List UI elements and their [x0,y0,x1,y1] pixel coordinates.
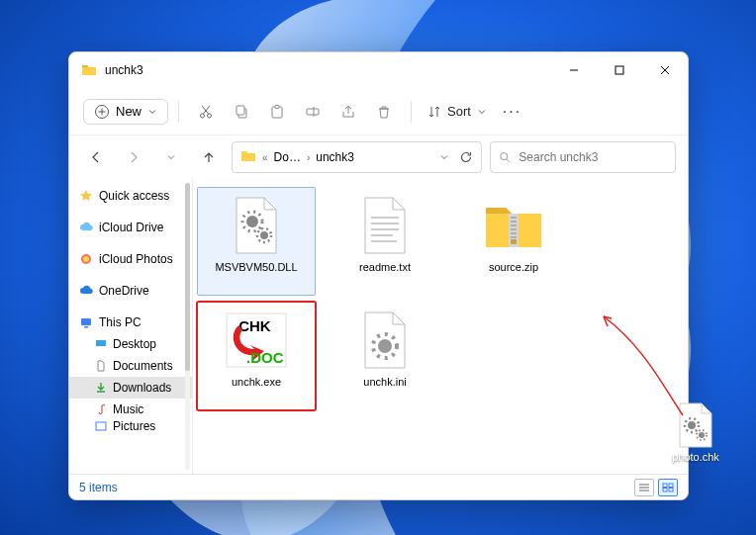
folder-icon [240,148,256,167]
text-file-icon [353,194,417,257]
svg-rect-13 [275,105,279,108]
dll-file-icon [225,194,288,257]
toolbar: New Sort ··· [69,88,688,135]
chevron-down-icon [147,107,157,117]
sidebar-label: iCloud Drive [99,221,163,234]
sidebar-item-downloads[interactable]: Downloads [69,377,192,399]
sidebar-label: Desktop [113,337,156,351]
sidebar-item-pictures[interactable]: Pictures [69,420,192,432]
sidebar-label: Downloads [113,381,171,395]
up-button[interactable] [194,142,224,172]
copy-button[interactable] [225,95,258,129]
share-button[interactable] [331,95,365,129]
new-label: New [116,104,142,119]
delete-button[interactable] [367,95,401,129]
svg-rect-51 [663,488,667,491]
view-toggle [634,479,678,496]
minimize-button[interactable] [551,54,597,86]
svg-rect-52 [669,488,673,491]
svg-point-8 [201,114,205,118]
svg-point-24 [246,216,258,227]
forward-button[interactable] [119,142,148,172]
refresh-button[interactable] [459,150,473,164]
sidebar-item-desktop[interactable]: Desktop [69,333,192,355]
file-item[interactable]: source.zip [454,187,573,296]
chk-file-icon [674,401,717,449]
sidebar-item-documents[interactable]: Documents [69,355,192,377]
svg-line-3 [661,66,669,74]
sidebar-label: OneDrive [99,284,149,298]
desktop-icon [95,338,107,350]
window-title: unchk3 [105,63,143,77]
download-icon [95,382,107,394]
file-explorer-window: unchk3 New Sort ··· [68,51,689,500]
sidebar-item-music[interactable]: Music [69,399,192,420]
separator [178,101,179,123]
file-item[interactable]: readme.txt [326,187,444,296]
ini-file-icon [353,309,417,372]
maximize-button[interactable] [597,54,642,86]
desktop-file[interactable]: photo.chk [661,401,730,463]
svg-rect-23 [96,422,106,430]
svg-rect-11 [236,106,244,115]
svg-line-4 [661,66,669,74]
cloud-icon [79,221,93,234]
icons-view-button[interactable] [658,479,678,496]
sidebar-label: This PC [99,315,142,329]
sidebar-scrollbar[interactable] [185,183,190,470]
new-button[interactable]: New [83,99,168,125]
sidebar-item-quick-access[interactable]: Quick access [69,185,192,207]
file-name: readme.txt [359,261,411,273]
more-button[interactable]: ··· [495,103,529,121]
sort-label: Sort [447,104,471,119]
rename-button[interactable] [296,95,330,129]
recent-button[interactable] [156,142,186,172]
sidebar-label: iCloud Photos [99,252,173,266]
breadcrumb-seg[interactable]: unchk3 [316,150,354,164]
svg-rect-50 [669,484,673,488]
address-bar[interactable]: « Do… › unchk3 [232,141,482,173]
cut-button[interactable] [189,95,223,129]
sidebar-label: Documents [113,359,173,373]
separator [411,101,412,123]
back-button[interactable] [81,142,111,172]
file-item[interactable]: MSVBVM50.DLL [197,187,316,296]
close-button[interactable] [642,54,688,86]
svg-point-55 [699,432,705,438]
folder-icon [81,62,97,78]
sidebar-item-icloud-photos[interactable]: iCloud Photos [69,248,192,270]
pc-icon [79,315,93,329]
file-item[interactable]: .CHK.DOC unchk.exe [197,302,316,410]
file-item[interactable]: unchk.ini [326,302,444,410]
chevron-right-icon: › [307,152,310,163]
sidebar-item-onedrive[interactable]: OneDrive [69,280,192,302]
sort-button[interactable]: Sort [422,104,493,119]
sidebar-item-icloud-drive[interactable]: iCloud Drive [69,217,192,238]
window-controls [551,54,688,86]
svg-rect-20 [81,318,91,325]
svg-rect-2 [615,66,623,74]
file-name: source.zip [489,261,538,273]
file-list: MSVBVM50.DLL readme.txt source.zip .CHK.… [193,179,688,474]
svg-point-53 [688,421,696,429]
paste-button[interactable] [260,95,294,129]
svg-rect-22 [96,340,106,346]
breadcrumb-seg[interactable]: Do… [274,150,301,164]
chevron-down-icon[interactable] [439,152,449,162]
sort-icon [427,105,441,119]
search-box[interactable] [490,141,676,173]
svg-line-17 [507,159,510,162]
sidebar: Quick access iCloud Drive iCloud Photos … [69,179,193,474]
file-name: MSVBVM50.DLL [215,261,297,273]
photos-icon [79,252,93,266]
scrollbar-thumb[interactable] [185,183,190,371]
search-input[interactable] [519,150,667,164]
chevron-down-icon [477,107,487,117]
status-bar: 5 items [69,474,688,499]
details-view-button[interactable] [634,479,654,496]
svg-rect-40 [511,239,517,244]
svg-rect-49 [663,484,667,488]
sidebar-label: Music [113,402,143,416]
pictures-icon [95,420,107,432]
sidebar-item-this-pc[interactable]: This PC [69,312,192,333]
